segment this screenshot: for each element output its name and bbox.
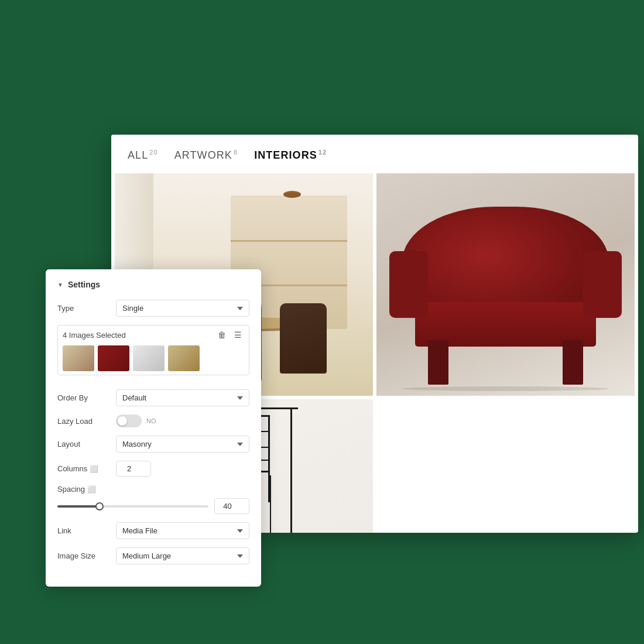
images-selected-container: 4 Images Selected 🗑 ☰ [57,325,249,375]
monitor-icon: ⬜ [90,465,98,473]
monitor-icon-spacing: ⬜ [87,485,96,494]
tab-interiors[interactable]: INTERIORS12 [254,149,327,170]
lazy-load-label: Lazy Load [57,417,116,426]
type-control: Single Slider Tiled [116,300,249,317]
layout-control: Masonry Grid Justified [116,436,249,453]
settings-title: Settings [68,280,100,289]
images-selected-row: 4 Images Selected 🗑 ☰ [57,325,249,381]
thumbnail-3[interactable] [133,345,165,371]
spacing-input[interactable] [214,498,249,514]
columns-control [116,461,249,477]
image-size-row: Image Size Medium Large Large Full Thumb… [57,547,249,564]
columns-label: Columns ⬜ [57,464,116,473]
spacing-label: Spacing ⬜ [57,485,116,494]
order-by-row: Order By Default Date Title Random [57,389,249,406]
lazy-load-toggle[interactable] [116,415,142,427]
thumbnail-2[interactable] [98,345,129,371]
link-label: Link [57,526,116,535]
tabs-bar: ALL20 ARTWORK8 INTERIORS12 [111,135,638,170]
chevron-down-icon: ▼ [57,282,63,288]
lazy-load-control: NO [116,415,249,427]
tab-artwork[interactable]: ARTWORK8 [174,149,238,170]
link-select[interactable]: Media File Attachment Page None [116,522,249,539]
order-by-select[interactable]: Default Date Title Random [116,389,249,406]
link-control: Media File Attachment Page None [116,522,249,539]
type-label: Type [57,304,116,313]
type-select[interactable]: Single Slider Tiled [116,300,249,317]
layout-row: Layout Masonry Grid Justified [57,436,249,453]
tab-all[interactable]: ALL20 [128,149,158,170]
image-size-label: Image Size [57,551,116,560]
image-size-control: Medium Large Large Full Thumbnail [116,547,249,564]
layout-label: Layout [57,440,116,448]
images-selected-label: 4 Images Selected [63,331,126,340]
layout-select[interactable]: Masonry Grid Justified [116,436,249,453]
spacing-controls [57,498,249,514]
settings-header: ▼ Settings [57,280,249,289]
spacing-row: Spacing ⬜ [57,485,249,514]
lazy-load-state: NO [146,417,156,424]
columns-input[interactable] [116,461,151,477]
order-by-label: Order By [57,393,116,402]
delete-images-button[interactable]: 🗑 [215,329,228,341]
thumbnails-row [63,345,244,371]
type-row: Type Single Slider Tiled [57,300,249,317]
thumbnail-4[interactable] [168,345,200,371]
image-size-select[interactable]: Medium Large Large Full Thumbnail [116,547,249,564]
images-actions: 🗑 ☰ [215,329,244,341]
reorder-images-button[interactable]: ☰ [232,329,244,341]
lazy-load-row: Lazy Load NO [57,415,249,427]
thumbnail-1[interactable] [63,345,94,371]
images-selected-header: 4 Images Selected 🗑 ☰ [63,329,244,341]
spacing-slider[interactable] [57,505,208,508]
settings-panel: ▼ Settings Type Single Slider Tiled 4 Im… [46,269,261,587]
gallery-image-chair[interactable] [376,173,635,396]
link-row: Link Media File Attachment Page None [57,522,249,539]
columns-row: Columns ⬜ [57,461,249,477]
order-by-control: Default Date Title Random [116,389,249,406]
